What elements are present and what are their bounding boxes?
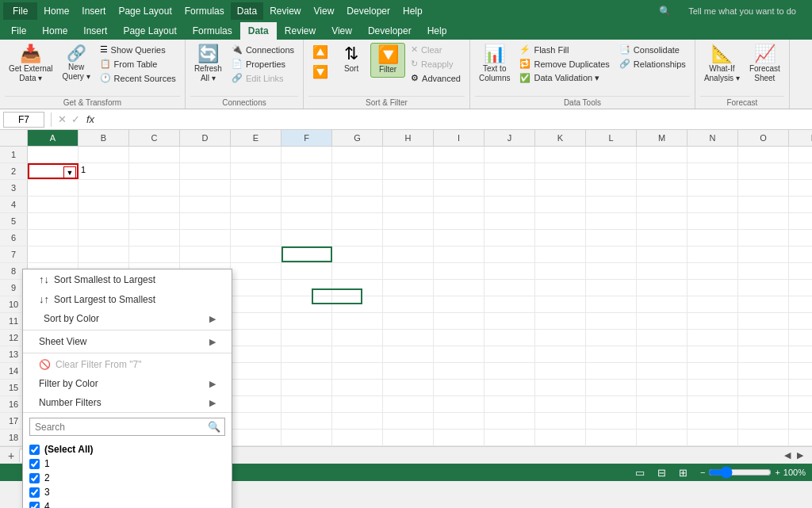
cell-n15[interactable] (688, 380, 738, 395)
col-header-p[interactable]: P (789, 130, 812, 146)
from-table-button[interactable]: 📋 From Table (96, 57, 180, 71)
confirm-formula-icon[interactable]: ✓ (71, 113, 80, 125)
cell-p18[interactable] (789, 430, 812, 445)
filter-val-3-item[interactable]: 3 (23, 485, 232, 499)
cell-j13[interactable] (485, 346, 535, 362)
what-if-button[interactable]: 📐 What-IfAnalysis ▾ (700, 43, 744, 86)
filter-val-1-checkbox[interactable] (29, 459, 40, 469)
filter-by-color-item[interactable]: Filter by Color ▶ (23, 374, 232, 393)
cell-f6[interactable] (282, 230, 332, 246)
cell-h1[interactable] (383, 147, 434, 162)
cell-h9[interactable] (383, 280, 434, 296)
get-external-data-button[interactable]: 📥 Get ExternalData ▾ (5, 43, 57, 86)
cell-d6[interactable] (180, 230, 231, 246)
cell-l4[interactable] (586, 197, 637, 212)
cell-k5[interactable] (535, 213, 586, 229)
cell-m6[interactable] (637, 230, 688, 246)
cell-j10[interactable] (485, 296, 535, 312)
cell-h15[interactable] (383, 380, 434, 395)
cell-o6[interactable] (738, 230, 789, 246)
cell-i12[interactable] (434, 330, 485, 346)
cell-m17[interactable] (637, 413, 688, 429)
cell-m18[interactable] (637, 430, 688, 445)
cell-e17[interactable] (231, 413, 282, 429)
cell-o1[interactable] (738, 147, 789, 162)
cell-g12[interactable] (332, 330, 383, 346)
cell-k13[interactable] (535, 346, 586, 362)
cell-i11[interactable] (434, 313, 485, 329)
cell-p14[interactable] (789, 363, 812, 379)
filter-select-all-checkbox[interactable] (29, 445, 40, 455)
cell-j5[interactable] (485, 213, 535, 229)
menu-developer[interactable]: Developer (340, 2, 396, 20)
cell-e4[interactable] (231, 197, 282, 212)
cell-b7[interactable] (79, 246, 129, 262)
sort-za-button[interactable]: 🔽 (308, 63, 332, 81)
col-header-j[interactable]: J (485, 130, 535, 146)
flash-fill-button[interactable]: ⚡ Flash Fill (515, 43, 613, 56)
cell-e16[interactable] (231, 396, 282, 412)
cell-f4[interactable] (282, 197, 332, 212)
cell-f11[interactable] (282, 313, 332, 329)
scroll-right-arrow[interactable]: ▶ (795, 450, 806, 460)
cell-g7[interactable] (332, 246, 383, 262)
filter-dropdown-btn-a2[interactable]: ▼ (63, 166, 76, 179)
cell-p6[interactable] (789, 230, 812, 246)
cell-f8[interactable] (282, 263, 332, 279)
col-header-f[interactable]: F (282, 130, 332, 146)
cell-l9[interactable] (586, 280, 637, 296)
filter-button[interactable]: 🔽 Filter (370, 43, 405, 78)
forecast-sheet-button[interactable]: 📈 ForecastSheet (745, 43, 784, 86)
tab-data[interactable]: Data (240, 22, 277, 40)
cell-g16[interactable] (332, 396, 383, 412)
filter-val-1-item[interactable]: 1 (23, 456, 232, 471)
cell-j3[interactable] (485, 180, 535, 196)
cell-j8[interactable] (485, 263, 535, 279)
cell-i8[interactable] (434, 263, 485, 279)
search-bar-label[interactable]: Tell me what you want to do (682, 3, 802, 19)
tab-file[interactable]: File (3, 22, 34, 40)
cell-e12[interactable] (231, 330, 282, 346)
menu-file[interactable]: File (3, 2, 37, 20)
cell-d4[interactable] (180, 197, 231, 212)
cell-j2[interactable] (485, 163, 535, 179)
menu-formulas[interactable]: Formulas (178, 2, 231, 20)
cell-i17[interactable] (434, 413, 485, 429)
cell-g3[interactable] (332, 180, 383, 196)
cell-m13[interactable] (637, 346, 688, 362)
cell-k17[interactable] (535, 413, 586, 429)
data-validation-button[interactable]: ✅ Data Validation ▾ (515, 71, 613, 85)
cell-o10[interactable] (738, 296, 789, 312)
cell-k1[interactable] (535, 147, 586, 162)
cell-k3[interactable] (535, 180, 586, 196)
cell-l14[interactable] (586, 363, 637, 379)
cell-j7[interactable] (485, 246, 535, 262)
cell-k6[interactable] (535, 230, 586, 246)
sort-button[interactable]: ⇅ Sort (334, 43, 369, 76)
formula-input[interactable] (101, 114, 809, 125)
cell-e18[interactable] (231, 430, 282, 445)
cell-l11[interactable] (586, 313, 637, 329)
cell-p2[interactable] (789, 163, 812, 179)
cell-g4[interactable] (332, 197, 383, 212)
consolidate-button[interactable]: 📑 Consolidate (615, 43, 690, 56)
reapply-button[interactable]: ↻ Reapply (407, 57, 465, 71)
cell-o15[interactable] (738, 380, 789, 395)
zoom-slider[interactable] (708, 466, 772, 479)
cell-p3[interactable] (789, 180, 812, 196)
cell-g17[interactable] (332, 413, 383, 429)
cell-n1[interactable] (688, 147, 738, 162)
cell-h14[interactable] (383, 363, 434, 379)
cell-p13[interactable] (789, 346, 812, 362)
cell-k4[interactable] (535, 197, 586, 212)
cell-k14[interactable] (535, 363, 586, 379)
cell-g11[interactable] (332, 313, 383, 329)
cell-m11[interactable] (637, 313, 688, 329)
cell-m4[interactable] (637, 197, 688, 212)
cell-n14[interactable] (688, 363, 738, 379)
cell-e6[interactable] (231, 230, 282, 246)
cell-p4[interactable] (789, 197, 812, 212)
cell-n13[interactable] (688, 346, 738, 362)
cell-e3[interactable] (231, 180, 282, 196)
cell-b2[interactable]: 1 (79, 163, 129, 179)
